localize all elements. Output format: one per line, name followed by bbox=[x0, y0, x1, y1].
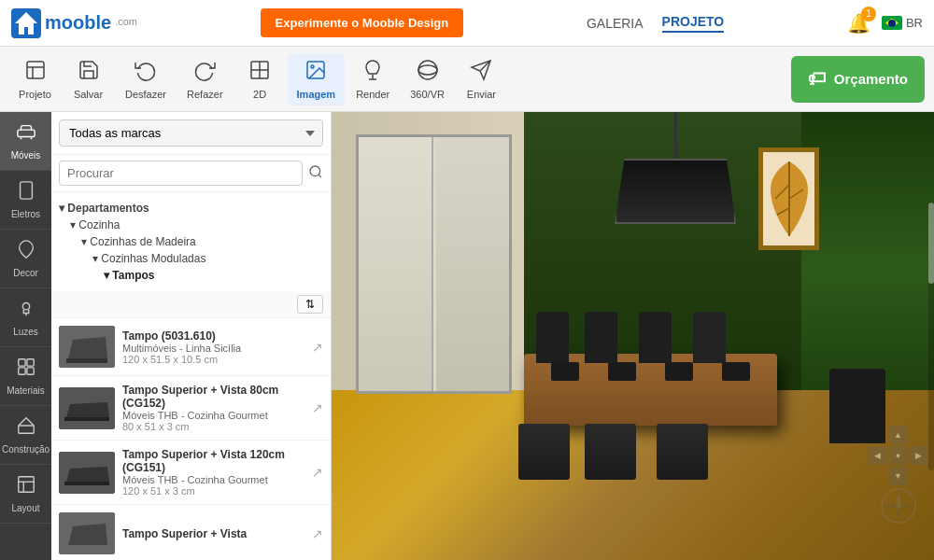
tree-cozinhas-madeira[interactable]: ▾ Cozinhas de Madeira bbox=[59, 233, 323, 250]
tree-departamentos[interactable]: ▾ Departamentos bbox=[59, 200, 323, 217]
nav-row-2: ◀ ● ▶ bbox=[869, 446, 928, 465]
svg-marker-47 bbox=[896, 491, 901, 504]
chair-back-1 bbox=[536, 312, 569, 363]
sidebar-moveis-label: Móveis bbox=[11, 150, 41, 161]
nav-projeto-link[interactable]: PROJETO bbox=[662, 14, 725, 33]
toolbar-salvar[interactable]: Salvar bbox=[63, 53, 114, 105]
product-item-1[interactable]: Tampo Superior + Vista 80cm (CG152) Móve… bbox=[51, 376, 331, 441]
product-item-2[interactable]: Tampo Superior + Vista 120cm (CG151) Móv… bbox=[51, 441, 331, 505]
product-name-0: Tampo (5031.610) bbox=[122, 329, 304, 343]
tree-cozinhas-moduladas[interactable]: ▾ Cozinhas Moduladas bbox=[59, 250, 323, 267]
sidebar-decor-label: Decor bbox=[13, 268, 38, 278]
brand-select[interactable]: Todas as marcas bbox=[59, 119, 323, 147]
orcamento-button[interactable]: 🏷 Orçamento bbox=[791, 56, 925, 103]
tree-tampos[interactable]: ▾ Tampos bbox=[59, 267, 323, 284]
viewport-scrollbar[interactable] bbox=[928, 202, 934, 470]
product-info-0: Tampo (5031.610) Multimóveis - Linha Sic… bbox=[122, 329, 304, 365]
sidebar-item-construcao[interactable]: Construção bbox=[0, 406, 51, 465]
svg-rect-14 bbox=[17, 130, 34, 136]
send-icon bbox=[470, 59, 492, 85]
product-item-3[interactable]: Tampo Superior + Vista ↗ bbox=[51, 505, 331, 560]
tree-cozinha[interactable]: ▾ Cozinha bbox=[59, 217, 323, 233]
nav-galeria-link[interactable]: GALERIA bbox=[587, 16, 644, 31]
tree-arrow-0: ▾ bbox=[59, 202, 67, 215]
sidebar-materiais-label: Materiais bbox=[7, 385, 45, 396]
sort-icon: ⇅ bbox=[305, 298, 315, 311]
svg-rect-21 bbox=[18, 359, 24, 366]
2d-icon bbox=[248, 59, 271, 85]
product-dims-0: 120 x 51.5 x 10.5 cm bbox=[122, 354, 304, 365]
header-right: 🔔 1 BR bbox=[847, 12, 923, 35]
toolbar-enviar[interactable]: Enviar bbox=[456, 53, 507, 105]
product-name-3: Tampo Superior + Vista bbox=[122, 527, 304, 540]
brand-select-wrapper: Todas as marcas bbox=[51, 112, 331, 155]
bell-button[interactable]: 🔔 1 bbox=[847, 12, 870, 35]
door-panel-left bbox=[359, 137, 433, 391]
sidebar-item-luzes[interactable]: Luzes bbox=[0, 288, 51, 347]
brazil-flag-icon bbox=[882, 16, 902, 30]
nav-links: GALERIA PROJETO bbox=[587, 14, 724, 33]
dining-table bbox=[524, 354, 777, 426]
leaf-artwork bbox=[766, 157, 813, 241]
toolbar-refazer[interactable]: Refazer bbox=[177, 53, 233, 105]
product-share-1[interactable]: ↗ bbox=[312, 400, 323, 415]
toolbar-2d[interactable]: 2D bbox=[234, 53, 286, 105]
language-selector[interactable]: BR bbox=[882, 16, 923, 30]
sort-button[interactable]: ⇅ bbox=[297, 295, 323, 314]
nav-center-button[interactable]: ● bbox=[889, 446, 908, 465]
svg-point-10 bbox=[418, 65, 437, 75]
sidebar-item-eletros[interactable]: Eletros bbox=[0, 171, 51, 230]
svg-rect-33 bbox=[66, 358, 107, 363]
toolbar-projeto[interactable]: Projeto bbox=[9, 53, 61, 105]
product-share-2[interactable]: ↗ bbox=[312, 465, 323, 480]
search-button[interactable] bbox=[308, 164, 323, 183]
toolbar-imagem[interactable]: Imagem bbox=[288, 53, 346, 105]
try-mooble-button[interactable]: Experimente o Mooble Design bbox=[261, 8, 464, 37]
toolbar-render[interactable]: Render bbox=[347, 53, 399, 105]
sidebar-construcao-label: Construção bbox=[2, 444, 50, 455]
sidebar-item-materiais[interactable]: Materiais bbox=[0, 347, 51, 406]
table-settings bbox=[537, 361, 765, 383]
product-share-3[interactable]: ↗ bbox=[312, 526, 323, 541]
nav-up-button[interactable]: ▲ bbox=[889, 426, 908, 444]
3d-viewport[interactable]: ▲ ◀ ● ▶ ▼ bbox=[332, 112, 934, 560]
svg-line-30 bbox=[318, 175, 321, 177]
door-panel-right bbox=[436, 137, 509, 391]
chair-front-3 bbox=[657, 424, 708, 480]
product-name-2: Tampo Superior + Vista 120cm (CG151) bbox=[122, 448, 304, 474]
svg-marker-50 bbox=[900, 503, 913, 509]
product-item-0[interactable]: Tampo (5031.610) Multimóveis - Linha Sic… bbox=[51, 318, 331, 376]
sidebar: Móveis Eletros Decor Luzes Materiais bbox=[0, 112, 51, 560]
sidebar-item-layout[interactable]: Layout bbox=[0, 465, 51, 524]
image-icon bbox=[304, 59, 327, 85]
svg-point-11 bbox=[418, 61, 437, 79]
chair-back-2 bbox=[585, 312, 617, 363]
sidebar-eletros-label: Eletros bbox=[11, 209, 40, 219]
nav-left-button[interactable]: ◀ bbox=[869, 446, 887, 465]
svg-marker-38 bbox=[66, 467, 109, 482]
nav-down-button[interactable]: ▼ bbox=[889, 467, 908, 485]
product-brand-0: Multimóveis - Linha Sicília bbox=[122, 343, 304, 354]
product-name-1: Tampo Superior + Vista 80cm (CG152) bbox=[122, 384, 304, 410]
search-wrapper bbox=[51, 155, 331, 192]
product-share-0[interactable]: ↗ bbox=[312, 340, 323, 355]
toolbar-desfazer[interactable]: Desfazer bbox=[116, 53, 176, 105]
tree-arrow-1: ▾ bbox=[70, 218, 78, 231]
svg-rect-24 bbox=[26, 368, 33, 374]
svg-rect-22 bbox=[26, 359, 33, 366]
product-list: Tampo (5031.610) Multimóveis - Linha Sic… bbox=[51, 318, 331, 560]
toolbar-360vr[interactable]: 360/VR bbox=[401, 53, 454, 105]
product-brand-1: Móveis THB - Cozinha Gourmet bbox=[122, 410, 304, 421]
nav-right-button[interactable]: ▶ bbox=[910, 446, 928, 465]
pendant-lamp bbox=[615, 112, 736, 224]
sidebar-item-moveis[interactable]: Móveis bbox=[0, 112, 51, 171]
search-input[interactable] bbox=[59, 161, 303, 186]
product-info-3: Tampo Superior + Vista bbox=[122, 527, 304, 540]
product-brand-2: Móveis THB - Cozinha Gourmet bbox=[122, 474, 304, 485]
lamp-cord bbox=[674, 112, 677, 159]
sidebar-luzes-label: Luzes bbox=[13, 327, 38, 337]
place-setting-3 bbox=[665, 362, 693, 381]
toolbar-salvar-label: Salvar bbox=[74, 89, 103, 100]
sidebar-item-decor[interactable]: Decor bbox=[0, 230, 51, 288]
toolbar-enviar-label: Enviar bbox=[467, 89, 496, 100]
